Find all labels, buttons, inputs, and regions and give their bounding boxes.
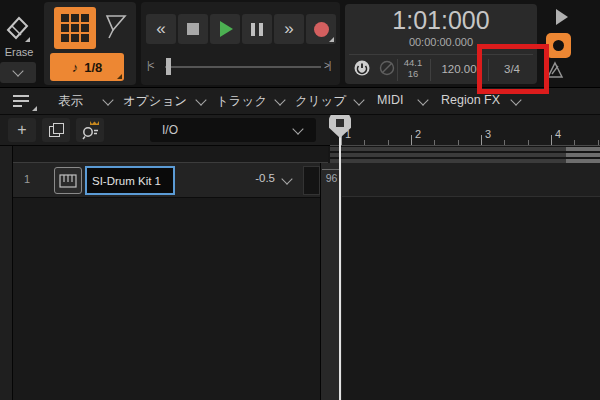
snap-value: 1/8 <box>84 60 102 75</box>
chevron-down-icon[interactable] <box>510 94 521 105</box>
measure-label: 2 <box>415 128 421 140</box>
top-control-bar: Erase ♪ 1/8 <box>0 0 600 88</box>
tool-expand-button[interactable] <box>0 62 36 83</box>
clip-lane-track1[interactable] <box>341 163 600 197</box>
grid-icon <box>61 14 89 42</box>
sample-rate-display[interactable]: 44.1 16 <box>398 57 428 79</box>
record-mode-button[interactable] <box>546 33 571 58</box>
marker-flag-button[interactable] <box>102 10 130 46</box>
track-number: 1 <box>19 173 35 185</box>
slider-end-icon[interactable]: >| <box>324 60 330 71</box>
snap-resolution-button[interactable]: ♪ 1/8 <box>50 53 124 81</box>
flyout-corner <box>25 37 30 42</box>
pause-icon <box>251 23 255 36</box>
power-plug-icon <box>353 59 371 77</box>
duplicate-button[interactable] <box>42 118 70 142</box>
track-row[interactable]: 1 SI-Drum Kit 1 -0.5 <box>13 162 328 198</box>
chevron-down-icon[interactable] <box>417 94 428 105</box>
slider-start-icon[interactable]: |< <box>147 60 153 71</box>
midi-keyboard-icon <box>59 174 77 188</box>
transport-module: « » |< >| <box>141 2 340 85</box>
pause-button[interactable] <box>242 14 272 44</box>
track-toolbar: + I/O <box>0 115 330 146</box>
add-track-button[interactable]: + <box>8 118 36 142</box>
measure-label: 3 <box>485 128 491 140</box>
flag-icon <box>102 10 130 46</box>
daw-window: Erase ♪ 1/8 <box>0 0 600 400</box>
chevron-down-icon <box>292 123 303 134</box>
play-icon <box>556 9 568 25</box>
clock-disabled-icon <box>379 60 395 76</box>
flyout-corner <box>329 37 334 42</box>
erase-tool-module: Erase <box>0 2 38 85</box>
stop-icon <box>187 23 199 35</box>
record-dot-icon <box>553 40 564 51</box>
audio-engine-button[interactable] <box>353 59 371 77</box>
position-slider-thumb[interactable] <box>166 58 171 75</box>
chevron-down-icon[interactable] <box>281 173 292 184</box>
play-button[interactable] <box>210 14 240 44</box>
view-options-menu-button[interactable] <box>13 93 35 110</box>
zoom-search-button[interactable] <box>76 118 104 142</box>
playhead-square <box>336 119 344 127</box>
chevron-down-icon[interactable] <box>102 94 113 105</box>
clips-pane[interactable] <box>341 163 600 400</box>
record-icon <box>314 22 329 37</box>
menu-options[interactable]: オプション <box>123 93 187 110</box>
magnifier-crown-icon <box>79 119 101 141</box>
now-time-primary[interactable]: 1:01:000 <box>345 6 537 35</box>
track-name: SI-Drum Kit 1 <box>92 175 161 187</box>
snap-module: ♪ 1/8 <box>44 2 136 85</box>
eraser-icon[interactable] <box>2 10 32 44</box>
now-time-line <box>339 137 341 400</box>
time-ruler[interactable]: 1 2 3 4 <box>330 115 600 146</box>
menu-track[interactable]: トラック <box>216 93 267 110</box>
note-icon: ♪ <box>72 60 79 75</box>
fast-forward-button[interactable]: » <box>274 14 304 44</box>
track-pane: 1 SI-Drum Kit 1 -0.5 <box>0 146 328 400</box>
track-meter-slot <box>303 166 320 195</box>
sync-clock-button[interactable] <box>379 60 395 76</box>
position-slider-track[interactable] <box>165 66 321 68</box>
track-type-button[interactable] <box>54 167 82 194</box>
duplicate-icon <box>49 123 63 137</box>
chevron-down-icon[interactable] <box>195 94 206 105</box>
play-icon <box>220 21 233 37</box>
flyout-corner <box>32 106 37 111</box>
flyout-corner <box>117 74 122 79</box>
measure-label: 4 <box>555 128 561 140</box>
chevron-down-icon <box>12 65 23 76</box>
track-pane-gutter <box>0 146 13 400</box>
chevron-down-icon[interactable] <box>353 94 364 105</box>
io-dropdown[interactable]: I/O <box>150 118 316 142</box>
clips-header-lanes <box>330 146 600 163</box>
rewind-button[interactable]: « <box>146 14 176 44</box>
menu-midi[interactable]: MIDI <box>377 93 403 107</box>
bit-depth-display: 16 <box>398 68 428 79</box>
track-name-field[interactable]: SI-Drum Kit 1 <box>85 166 175 195</box>
menu-region-fx[interactable]: Region FX <box>441 93 500 107</box>
menu-view[interactable]: 表示 <box>58 93 83 110</box>
stop-button[interactable] <box>178 14 208 44</box>
erase-tool-label: Erase <box>0 46 38 58</box>
track-volume-value[interactable]: -0.5 <box>235 172 275 184</box>
chevron-down-icon[interactable] <box>274 94 285 105</box>
annotation-highlight-box <box>477 44 549 94</box>
ruler-major-ticks <box>341 135 600 145</box>
record-button[interactable] <box>306 14 336 44</box>
grid-snap-button[interactable] <box>54 7 96 49</box>
io-dropdown-label: I/O <box>162 123 178 137</box>
menu-clip[interactable]: クリップ <box>295 93 346 110</box>
mini-play-button[interactable] <box>550 6 574 28</box>
